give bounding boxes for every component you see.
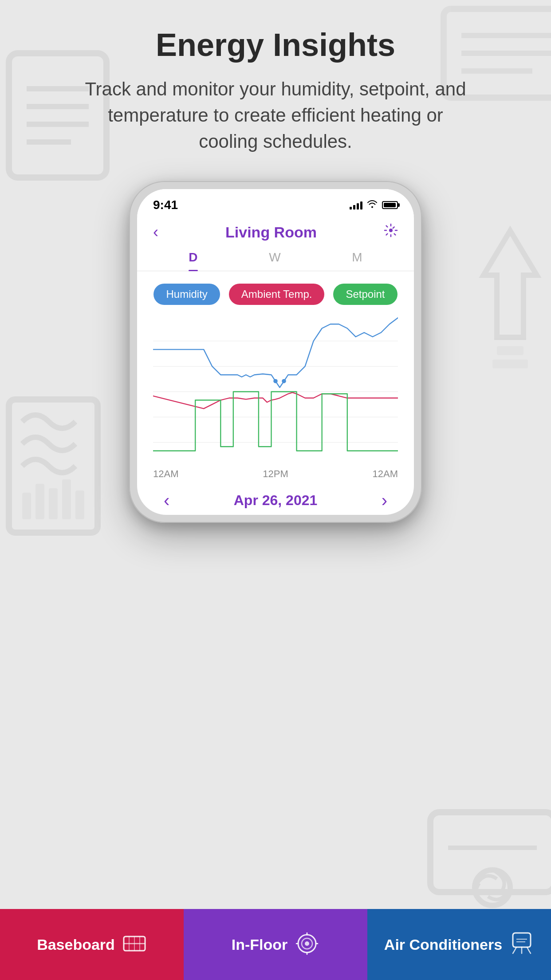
ambient-pill[interactable]: Ambient Temp. — [229, 284, 325, 305]
time-label-end: 12AM — [373, 468, 398, 480]
wifi-icon — [367, 199, 378, 211]
battery-icon — [382, 201, 398, 209]
status-icons — [350, 199, 398, 211]
ac-icon — [509, 931, 534, 958]
chart-svg — [153, 312, 398, 463]
humidity-pill[interactable]: Humidity — [153, 284, 220, 305]
current-date: Apr 26, 2021 — [234, 492, 318, 509]
tab-infloor[interactable]: In-Floor — [184, 909, 367, 980]
baseboard-icon — [122, 931, 147, 958]
status-time: 9:41 — [153, 198, 178, 212]
setpoint-pill[interactable]: Setpoint — [333, 284, 397, 305]
svg-point-36 — [305, 941, 309, 946]
page-subtitle: Track and monitor your humidity, setpoin… — [76, 76, 475, 154]
back-button[interactable]: ‹ — [153, 223, 158, 241]
infloor-label: In-Floor — [232, 936, 288, 953]
tab-ac[interactable]: Air Conditioners — [367, 909, 551, 980]
ac-label: Air Conditioners — [384, 936, 502, 953]
bottom-tabbar: Baseboard In-Floor — [0, 909, 551, 980]
time-label-mid: 12PM — [263, 468, 288, 480]
time-axis: 12AM 12PM 12AM — [137, 465, 414, 480]
svg-point-20 — [475, 870, 510, 905]
date-nav: ‹ Apr 26, 2021 › — [137, 480, 414, 515]
status-bar: 9:41 — [137, 189, 414, 216]
signal-icon — [350, 201, 362, 209]
next-date-button[interactable]: › — [382, 490, 387, 510]
baseboard-label: Baseboard — [37, 936, 115, 953]
room-title: Living Room — [225, 224, 317, 241]
phone-mockup: 9:41 — [129, 181, 422, 523]
legend-pills: Humidity Ambient Temp. Setpoint — [137, 271, 414, 312]
tab-baseboard[interactable]: Baseboard — [0, 909, 184, 980]
tab-month[interactable]: M — [352, 250, 362, 271]
prev-date-button[interactable]: ‹ — [164, 490, 169, 510]
infloor-icon — [295, 931, 319, 958]
settings-icon[interactable] — [384, 223, 398, 241]
svg-point-21 — [389, 229, 393, 232]
app-header: ‹ Living Room — [137, 216, 414, 241]
tab-week[interactable]: W — [269, 250, 280, 271]
tab-day[interactable]: D — [189, 250, 197, 271]
svg-point-27 — [273, 379, 278, 383]
time-label-start: 12AM — [153, 468, 178, 480]
svg-point-28 — [282, 379, 286, 383]
chart-area — [137, 312, 414, 465]
time-tabs: D W M — [137, 241, 414, 271]
svg-rect-18 — [430, 812, 551, 892]
page-title: Energy Insights — [156, 27, 395, 63]
